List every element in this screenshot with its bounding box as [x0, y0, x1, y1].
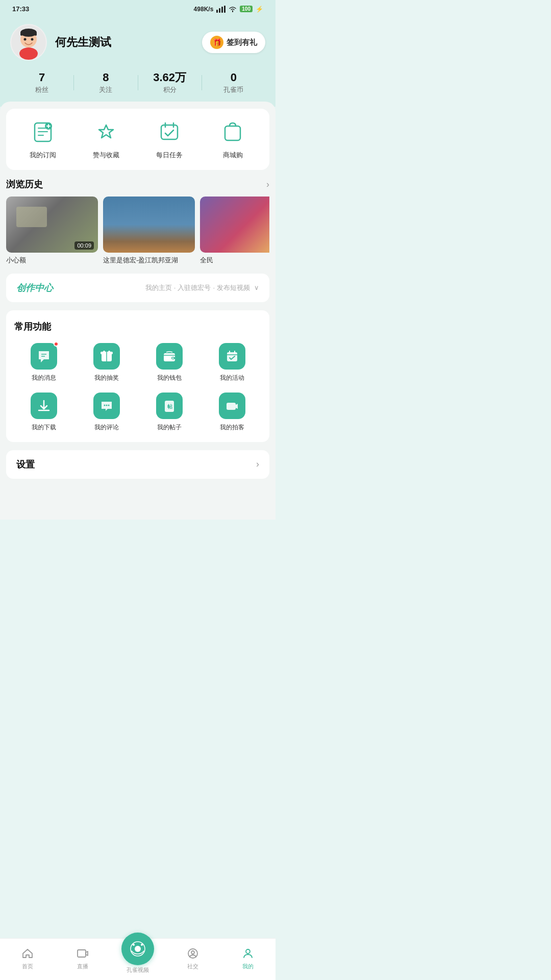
lottery-icon-wrap: [93, 343, 120, 370]
spacer-top: [0, 102, 276, 109]
lottery-label: 我的抽奖: [94, 374, 119, 382]
creation-separator-1: ·: [174, 284, 176, 291]
func-photographer[interactable]: 我的拍客: [203, 393, 261, 432]
username: 何先生测试: [55, 35, 111, 50]
svg-point-11: [31, 38, 34, 41]
wallet-label: 我的钱包: [157, 374, 182, 382]
video-duration-1: 00:09: [74, 241, 94, 250]
wallet-icon-wrap: [156, 343, 183, 370]
status-time: 17:33: [12, 5, 29, 13]
browse-history-title: 浏览历史: [6, 178, 43, 190]
stat-coins[interactable]: 0 孔雀币: [202, 71, 265, 94]
creation-link-homepage[interactable]: 我的主页: [145, 283, 172, 292]
history-card-1[interactable]: 00:09 小心额: [6, 197, 98, 265]
browse-history-arrow[interactable]: ›: [266, 179, 269, 190]
posts-label: 我的帖子: [157, 423, 182, 432]
func-messages[interactable]: 我的消息: [14, 343, 73, 382]
subscription-label: 我的订阅: [30, 151, 56, 160]
comments-label: 我的评论: [94, 423, 119, 432]
battery-icon: 100: [240, 6, 253, 12]
wifi-icon: [229, 6, 237, 12]
func-comments[interactable]: 我的评论: [77, 393, 136, 432]
stats-row: 7 粉丝 8 关注 3.62万 积分 0 孔雀币: [10, 71, 265, 94]
network-speed: 498K/s: [194, 6, 214, 13]
common-functions-title: 常用功能: [14, 321, 261, 333]
history-thumb-2: [103, 197, 195, 253]
points-label: 积分: [138, 85, 202, 94]
svg-rect-23: [225, 126, 240, 140]
stat-fans[interactable]: 7 粉丝: [10, 71, 73, 94]
following-count: 8: [74, 71, 137, 84]
action-favorites[interactable]: 赞与收藏: [74, 119, 138, 160]
profile-row: 何先生测试 🎁 签到有礼: [10, 24, 265, 61]
svg-rect-29: [103, 351, 105, 353]
activities-label: 我的活动: [220, 374, 244, 382]
favorites-icon: [93, 119, 119, 145]
downloads-icon-wrap: [31, 393, 57, 419]
photographer-icon-wrap: [219, 393, 245, 419]
shop-label: 商城购: [223, 151, 243, 160]
signal-icon: [216, 6, 226, 13]
fans-label: 粉丝: [10, 85, 73, 94]
settings-title: 设置: [16, 458, 35, 471]
action-subscription[interactable]: 我的订阅: [11, 119, 74, 160]
svg-point-40: [104, 404, 105, 406]
func-wallet[interactable]: 我的钱包: [140, 343, 198, 382]
coins-count: 0: [202, 71, 265, 84]
func-posts[interactable]: 帖 我的帖子: [140, 393, 198, 432]
history-scroll[interactable]: 00:09 小心额 这里是德宏-盈江凯邦亚湖 全民: [6, 197, 269, 265]
creation-center-logo: 创作中心: [16, 282, 53, 294]
creation-center[interactable]: 创作中心 我的主页 · 入驻德宏号 · 发布短视频 ∨: [6, 274, 269, 302]
action-shop[interactable]: 商城购: [201, 119, 264, 160]
svg-point-33: [172, 357, 173, 359]
messages-icon-wrap: [31, 343, 57, 370]
svg-marker-19: [99, 125, 113, 138]
history-title-2: 这里是德宏-盈江凯邦亚湖: [103, 256, 195, 265]
svg-rect-45: [227, 403, 236, 410]
func-activities[interactable]: 我的活动: [203, 343, 261, 382]
action-daily-tasks[interactable]: 每日任务: [138, 119, 201, 160]
creation-center-links: 我的主页 · 入驻德宏号 · 发布短视频 ∨: [145, 283, 259, 292]
svg-point-5: [19, 47, 38, 60]
settings-arrow: ›: [256, 459, 259, 470]
func-lottery[interactable]: 我的抽奖: [77, 343, 136, 382]
favorites-label: 赞与收藏: [93, 151, 119, 160]
header-section: 何先生测试 🎁 签到有礼 7 粉丝 8 关注 3.62万 积分 0 孔雀币: [0, 16, 276, 107]
profile-left: 何先生测试: [10, 24, 111, 61]
status-right: 498K/s 100 ⚡: [194, 6, 263, 13]
creation-link-join[interactable]: 入驻德宏号: [178, 283, 211, 292]
content-area: 我的订阅 赞与收藏 每日任务: [0, 102, 276, 519]
checkin-button[interactable]: 🎁 签到有礼: [202, 32, 265, 53]
svg-marker-46: [236, 404, 238, 409]
downloads-label: 我的下载: [32, 423, 56, 432]
history-card-2[interactable]: 这里是德宏-盈江凯邦亚湖: [103, 197, 195, 265]
charging-icon: ⚡: [256, 6, 263, 13]
posts-icon-wrap: 帖: [156, 393, 183, 419]
svg-point-10: [24, 38, 27, 41]
functions-grid: 我的消息 我的抽奖: [14, 343, 261, 432]
history-title-1: 小心额: [6, 256, 98, 265]
svg-rect-20: [161, 125, 178, 139]
creation-link-post[interactable]: 发布短视频: [217, 283, 250, 292]
settings-section[interactable]: 设置 ›: [6, 450, 269, 479]
func-downloads[interactable]: 我的下载: [14, 393, 73, 432]
points-count: 3.62万: [138, 71, 202, 84]
svg-rect-34: [227, 352, 237, 361]
svg-rect-2: [221, 7, 223, 13]
photographer-label: 我的拍客: [220, 423, 244, 432]
subscription-icon: [30, 119, 56, 145]
checkin-label: 签到有礼: [227, 38, 257, 47]
shop-icon: [219, 119, 246, 145]
stat-points[interactable]: 3.62万 积分: [138, 71, 202, 94]
history-card-3[interactable]: 全民: [200, 197, 269, 265]
avatar[interactable]: [10, 24, 47, 61]
svg-rect-3: [224, 6, 226, 13]
messages-label: 我的消息: [32, 374, 56, 382]
creation-expand-icon[interactable]: ∨: [254, 284, 259, 291]
stat-following[interactable]: 8 关注: [74, 71, 137, 94]
browse-history-header: 浏览历史 ›: [6, 178, 269, 190]
history-thumb-3: [200, 197, 269, 253]
common-functions-section: 常用功能 我的消息: [6, 310, 269, 442]
quick-actions: 我的订阅 赞与收藏 每日任务: [6, 109, 269, 170]
checkin-icon: 🎁: [210, 36, 223, 49]
